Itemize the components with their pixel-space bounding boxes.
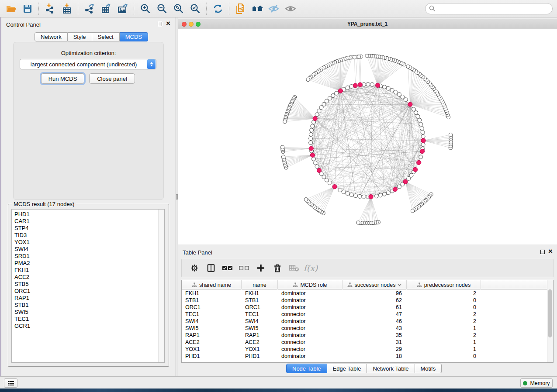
delete-icon[interactable] xyxy=(270,261,285,275)
table-scrollbar[interactable] xyxy=(547,280,553,362)
export-image-icon[interactable] xyxy=(114,1,131,16)
run-mcds-button[interactable]: Run MCDS xyxy=(41,73,84,84)
show-columns-icon[interactable] xyxy=(204,261,218,275)
mcds-result-title: MCDS result (17 nodes) xyxy=(12,201,76,207)
mcds-result-item[interactable]: ACE2 xyxy=(12,274,158,281)
mcds-result-item[interactable]: SWI4 xyxy=(12,246,158,253)
table-row[interactable]: SWI4SWI4dominator462 xyxy=(182,318,553,325)
mcds-result-item[interactable]: CAR1 xyxy=(12,218,158,225)
duplicate-network-icon[interactable] xyxy=(232,1,249,16)
network-view-title: YPA_prune.txt_1 xyxy=(178,21,557,27)
memory-label: Memory xyxy=(530,380,550,386)
mcds-result-item[interactable]: STB5 xyxy=(12,281,158,288)
close-panel-icon[interactable]: × xyxy=(548,247,553,256)
cell: dominator xyxy=(278,304,343,311)
open-session-icon[interactable] xyxy=(3,1,19,16)
tab-style[interactable]: Style xyxy=(68,32,92,41)
refresh-icon[interactable] xyxy=(210,1,226,16)
cell: ORC1 xyxy=(242,304,278,311)
tab-select[interactable]: Select xyxy=(92,32,120,41)
zoom-in-icon[interactable] xyxy=(137,1,154,16)
cell: 2 xyxy=(407,290,481,297)
mcds-result-item[interactable]: RAP1 xyxy=(12,295,158,302)
scrollbar-thumb[interactable] xyxy=(548,289,552,337)
table-row[interactable]: FKH1FKH1dominator962 xyxy=(182,290,553,297)
mcds-result-item[interactable]: PMA2 xyxy=(12,260,158,267)
tab-motifs[interactable]: Motifs xyxy=(415,364,442,373)
sort-chevron-icon xyxy=(398,284,401,286)
first-neighbors-icon[interactable] xyxy=(249,1,266,16)
zoom-selected-icon[interactable] xyxy=(187,1,204,16)
mcds-result-item[interactable]: ORC1 xyxy=(12,288,158,295)
mcds-result-item[interactable]: YOX1 xyxy=(12,239,158,246)
clear-all-checks-icon[interactable] xyxy=(237,261,252,275)
column-header-successor-nodes[interactable]: successor nodes xyxy=(343,280,407,289)
tab-network-table[interactable]: Network Table xyxy=(367,364,415,373)
close-panel-button[interactable]: Close panel xyxy=(89,73,135,84)
column-namespace-icon xyxy=(293,282,298,288)
cell: FKH1 xyxy=(242,290,278,297)
cell: SWI4 xyxy=(182,318,242,325)
float-panel-icon[interactable] xyxy=(540,250,545,254)
mcds-result-item[interactable]: SRD1 xyxy=(12,253,158,260)
cell: FKH1 xyxy=(182,290,242,297)
cell: RAP1 xyxy=(182,332,242,339)
cell: ACE2 xyxy=(182,339,242,346)
hide-selected-icon[interactable] xyxy=(266,1,282,16)
column-header-label: predecessor nodes xyxy=(424,282,471,288)
float-panel-icon[interactable] xyxy=(158,22,162,26)
table-row[interactable]: RAP1RAP1dominator352 xyxy=(182,332,553,339)
memory-button[interactable]: Memory xyxy=(520,378,553,388)
criterion-select[interactable]: largest connected component (undirected) xyxy=(20,59,156,69)
network-canvas[interactable] xyxy=(178,29,557,244)
close-panel-icon[interactable]: × xyxy=(166,19,170,28)
mcds-result-item[interactable]: FKH1 xyxy=(12,267,158,274)
save-session-icon[interactable] xyxy=(19,1,36,16)
show-all-icon[interactable] xyxy=(282,1,299,16)
column-namespace-icon xyxy=(192,282,197,288)
result-list-scrollbar[interactable] xyxy=(158,210,164,362)
column-header-shared-name[interactable]: shared name xyxy=(182,280,242,289)
mcds-result-item[interactable]: STB1 xyxy=(12,302,158,309)
gear-icon[interactable] xyxy=(187,261,202,275)
mcds-result-item[interactable]: TID3 xyxy=(12,232,158,239)
add-icon[interactable] xyxy=(253,261,268,275)
table-row[interactable]: STB1STB1dominator620 xyxy=(182,297,553,304)
table-row[interactable]: SWI5SWI5connector431 xyxy=(182,325,553,332)
tab-network[interactable]: Network xyxy=(35,32,68,41)
search-box[interactable] xyxy=(425,3,553,14)
select-all-checks-icon[interactable] xyxy=(220,261,235,275)
panel-menu-button[interactable] xyxy=(4,378,17,388)
network-view-titlebar[interactable]: YPA_prune.txt_1 xyxy=(178,19,557,29)
column-header-name[interactable]: name xyxy=(242,280,278,289)
memory-status-icon xyxy=(523,381,527,385)
tab-edge-table[interactable]: Edge Table xyxy=(327,364,367,373)
tab-node-table[interactable]: Node Table xyxy=(286,364,327,373)
tab-mcds[interactable]: MCDS xyxy=(120,32,148,41)
toolbar-separator xyxy=(229,3,230,15)
table-row[interactable]: TEC1TEC1connector472 xyxy=(182,311,553,318)
search-input[interactable] xyxy=(438,5,549,12)
mcds-result-item[interactable]: PHD1 xyxy=(12,211,158,218)
column-header-predecessor-nodes[interactable]: predecessor nodes xyxy=(407,280,481,289)
column-header-MCDS-role[interactable]: MCDS role xyxy=(278,280,343,289)
table-row[interactable]: YOX1YOX1connector291 xyxy=(182,346,553,353)
table-panel-title: Table Panel xyxy=(183,249,212,256)
import-network-icon[interactable] xyxy=(42,1,59,16)
table-row[interactable]: ACE2ACE2connector311 xyxy=(182,339,553,346)
zoom-fit-icon[interactable] xyxy=(170,1,187,16)
mcds-result-list[interactable]: PHD1CAR1STP4TID3YOX1SWI4SRD1PMA2FKH1ACE2… xyxy=(11,209,165,363)
table-row[interactable]: ORC1ORC1dominator610 xyxy=(182,304,553,311)
export-table-icon[interactable] xyxy=(98,1,114,16)
network-graph[interactable] xyxy=(178,29,557,244)
table-header-row: shared namenameMCDS rolesuccessor nodesp… xyxy=(182,280,553,289)
zoom-out-icon[interactable] xyxy=(154,1,170,16)
export-network-icon[interactable] xyxy=(81,1,98,16)
table-row[interactable]: PHD1PHD1dominator180 xyxy=(182,353,553,360)
mcds-result-item[interactable]: GCR1 xyxy=(12,323,158,330)
cell: dominator xyxy=(278,290,343,297)
mcds-result-item[interactable]: STP4 xyxy=(12,225,158,232)
import-table-icon[interactable] xyxy=(59,1,75,16)
mcds-result-item[interactable]: SWI5 xyxy=(12,309,158,316)
mcds-result-item[interactable]: TEC1 xyxy=(12,316,158,323)
